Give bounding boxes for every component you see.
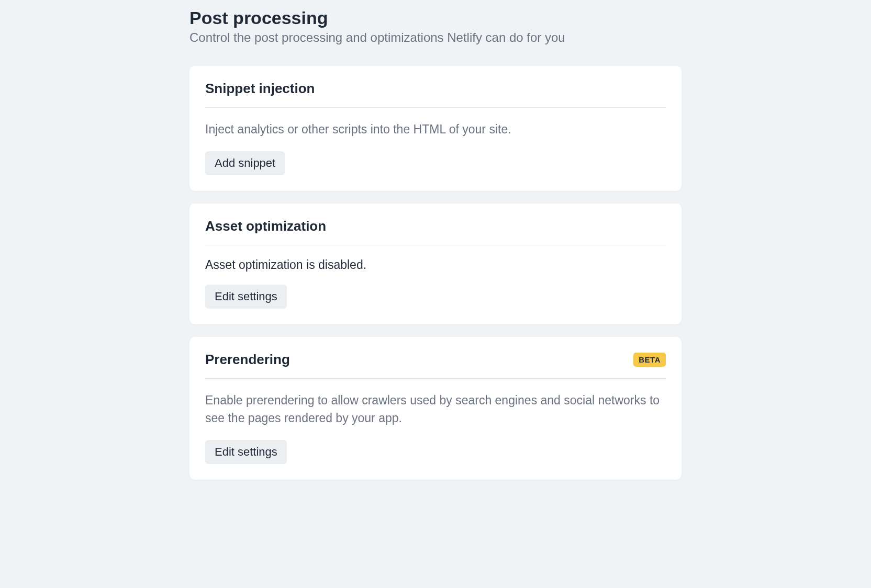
snippet-injection-title: Snippet injection (205, 81, 315, 97)
page-header: Post processing Control the post process… (189, 8, 682, 45)
add-snippet-button[interactable]: Add snippet (205, 151, 285, 175)
asset-optimization-status: Asset optimization is disabled. (205, 258, 666, 272)
prerendering-title: Prerendering (205, 352, 290, 368)
card-header: Snippet injection (205, 81, 666, 108)
prerendering-description: Enable prerendering to allow crawlers us… (205, 391, 666, 427)
asset-optimization-card: Asset optimization Asset optimization is… (189, 203, 682, 324)
prerendering-edit-settings-button[interactable]: Edit settings (205, 440, 287, 464)
page-subtitle: Control the post processing and optimiza… (189, 30, 682, 45)
card-header: Asset optimization (205, 218, 666, 245)
page-title: Post processing (189, 8, 682, 28)
prerendering-card: Prerendering BETA Enable prerendering to… (189, 337, 682, 480)
snippet-injection-card: Snippet injection Inject analytics or ot… (189, 66, 682, 191)
beta-badge: BETA (633, 353, 666, 367)
snippet-injection-description: Inject analytics or other scripts into t… (205, 120, 666, 139)
card-header: Prerendering BETA (205, 352, 666, 379)
asset-edit-settings-button[interactable]: Edit settings (205, 285, 287, 309)
settings-container: Post processing Control the post process… (179, 8, 692, 480)
asset-optimization-title: Asset optimization (205, 218, 326, 234)
